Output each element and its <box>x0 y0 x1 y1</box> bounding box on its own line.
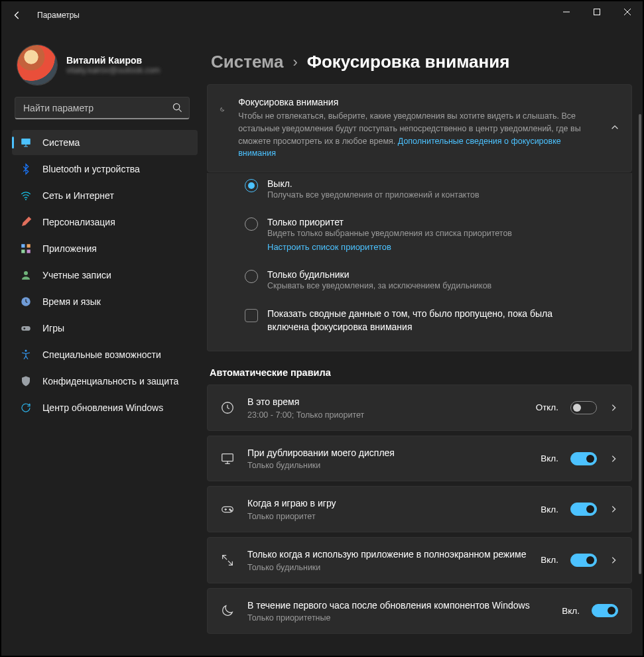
rule-toggle-hours[interactable] <box>570 401 597 414</box>
svg-rect-14 <box>222 453 233 461</box>
radio-off[interactable] <box>245 179 258 192</box>
sidebar-item-update[interactable]: Центр обновления Windows <box>12 395 198 420</box>
sidebar-item-bluetooth[interactable]: Bluetooth и устройства <box>12 156 198 182</box>
rule-toggle-fullscreen[interactable] <box>570 554 597 567</box>
rule-subtitle: 23:00 - 7:00; Только приоритет <box>247 410 524 420</box>
sidebar-item-network[interactable]: Сеть и Интернет <box>12 183 198 208</box>
time-icon <box>20 296 32 308</box>
system-icon <box>20 137 32 149</box>
mode-subtitle: Скрывать все уведомления, за исключением… <box>267 281 491 290</box>
breadcrumb-parent[interactable]: Система <box>211 52 283 72</box>
gaming-icon <box>20 322 32 334</box>
update-icon <box>20 402 32 414</box>
sidebar-item-personalization[interactable]: Персонализация <box>12 209 198 235</box>
rule-toggle-postupdate[interactable] <box>592 604 618 617</box>
chevron-right-icon <box>609 403 618 412</box>
mode-option-priority[interactable]: Только приоритет Видеть только выбранные… <box>245 217 618 252</box>
radio-priority[interactable] <box>245 217 258 231</box>
rule-hours[interactable]: В это время 23:00 - 7:00; Только приорит… <box>207 385 632 431</box>
rule-game[interactable]: Когда я играю в игру Только приоритет Вк… <box>207 486 632 532</box>
settings-window: Параметры Виталий Каиров vitaliy.kairov@… <box>1 1 643 656</box>
moon-icon <box>220 103 225 119</box>
expand-icon <box>220 552 235 568</box>
rule-title: Только когда я использую приложение в по… <box>247 548 529 562</box>
sidebar-item-label: Система <box>42 137 80 148</box>
sidebar: Виталий Каиров vitaliy.kairov@outlook.co… <box>1 29 206 656</box>
focus-intro-card: Фокусировка внимания Чтобы не отвлекатьс… <box>207 84 632 172</box>
sidebar-item-label: Сеть и Интернет <box>42 190 114 201</box>
sidebar-item-label: Специальные возможности <box>42 349 161 360</box>
apps-icon <box>20 243 32 255</box>
rule-state-label: Вкл. <box>541 505 558 514</box>
sidebar-item-apps[interactable]: Приложения <box>12 236 198 261</box>
chevron-right-icon <box>609 454 618 463</box>
summary-checkbox[interactable] <box>245 309 258 322</box>
user-email: vitaliy.kairov@outlook.com <box>66 66 160 75</box>
search-box[interactable] <box>15 97 190 119</box>
breadcrumb: Система › Фокусировка внимания <box>206 29 632 84</box>
rule-subtitle: Только приоритет <box>247 512 529 521</box>
rules-section-title: Автоматические правила <box>206 351 632 385</box>
rule-title: В это время <box>247 396 524 409</box>
rule-state-label: Вкл. <box>541 453 558 463</box>
user-profile[interactable]: Виталий Каиров vitaliy.kairov@outlook.co… <box>1 29 200 97</box>
mode-title: Только приоритет <box>267 217 512 227</box>
page-title: Фокусировка внимания <box>307 52 510 72</box>
summary-checkbox-row[interactable]: Показать сводные данные о том, что было … <box>245 308 618 333</box>
focus-mode-options: Выкл. Получать все уведомления от прилож… <box>207 173 632 351</box>
rule-toggle-mirror[interactable] <box>570 452 597 465</box>
sidebar-item-label: Конфиденциальность и защита <box>42 376 178 387</box>
expand-collapse-button[interactable] <box>610 123 619 134</box>
priority-list-link[interactable]: Настроить список приоритетов <box>267 242 391 252</box>
search-icon <box>172 103 182 113</box>
sidebar-item-label: Персонализация <box>42 217 115 227</box>
mode-option-off[interactable]: Выкл. Получать все уведомления от прилож… <box>245 178 618 200</box>
svg-rect-6 <box>21 250 25 253</box>
rule-subtitle: Только приоритетные <box>247 613 550 623</box>
maximize-button[interactable] <box>582 1 612 23</box>
accounts-icon <box>20 269 32 281</box>
chevron-right-icon <box>609 505 618 514</box>
focus-intro-title: Фокусировка внимания <box>238 97 597 107</box>
radio-alarms[interactable] <box>245 270 258 283</box>
chevron-right-icon <box>609 556 618 565</box>
svg-rect-7 <box>27 250 31 253</box>
summary-checkbox-label: Показать сводные данные о том, что было … <box>267 308 559 333</box>
rule-state-label: Откл. <box>536 402 558 412</box>
sidebar-item-accounts[interactable]: Учетные записи <box>12 263 198 288</box>
search-input[interactable] <box>23 103 167 113</box>
rule-subtitle: Только будильники <box>247 461 529 470</box>
gamepad-icon <box>220 501 235 517</box>
svg-point-12 <box>25 350 27 352</box>
close-button[interactable] <box>612 1 643 23</box>
user-name: Виталий Каиров <box>66 55 160 66</box>
sidebar-item-label: Игры <box>42 323 64 333</box>
moon-icon <box>220 603 235 619</box>
scrollbar[interactable] <box>639 114 641 649</box>
mode-title: Выкл. <box>267 178 480 189</box>
rule-postupdate[interactable]: В течение первого часа после обновления … <box>207 588 632 634</box>
breadcrumb-separator: › <box>292 54 297 71</box>
sidebar-item-system[interactable]: Система <box>12 130 198 155</box>
back-button[interactable] <box>7 5 28 26</box>
svg-rect-2 <box>21 139 31 145</box>
rule-fullscreen[interactable]: Только когда я использую приложение в по… <box>207 537 632 583</box>
mode-title: Только будильники <box>267 269 491 280</box>
svg-rect-10 <box>21 326 31 331</box>
nav: СистемаBluetooth и устройстваСеть и Инте… <box>1 127 200 420</box>
sidebar-item-privacy[interactable]: Конфиденциальность и защита <box>12 369 198 394</box>
sidebar-item-gaming[interactable]: Игры <box>12 316 198 341</box>
sidebar-item-label: Приложения <box>42 243 97 254</box>
rule-title: Когда я играю в игру <box>247 497 529 510</box>
rule-toggle-game[interactable] <box>570 503 597 516</box>
minimize-button[interactable] <box>551 1 582 23</box>
svg-point-16 <box>229 509 231 510</box>
privacy-icon <box>20 375 32 387</box>
rule-mirror[interactable]: При дублировании моего дисплея Только бу… <box>207 436 632 482</box>
rule-state-label: Вкл. <box>562 606 580 616</box>
sidebar-item-time[interactable]: Время и язык <box>12 289 198 314</box>
svg-rect-5 <box>27 244 31 247</box>
sidebar-item-accessibility[interactable]: Специальные возможности <box>12 342 198 367</box>
main-content: Система › Фокусировка внимания Фокусиров… <box>206 29 643 656</box>
mode-option-alarms[interactable]: Только будильники Скрывать все уведомлен… <box>245 269 618 290</box>
